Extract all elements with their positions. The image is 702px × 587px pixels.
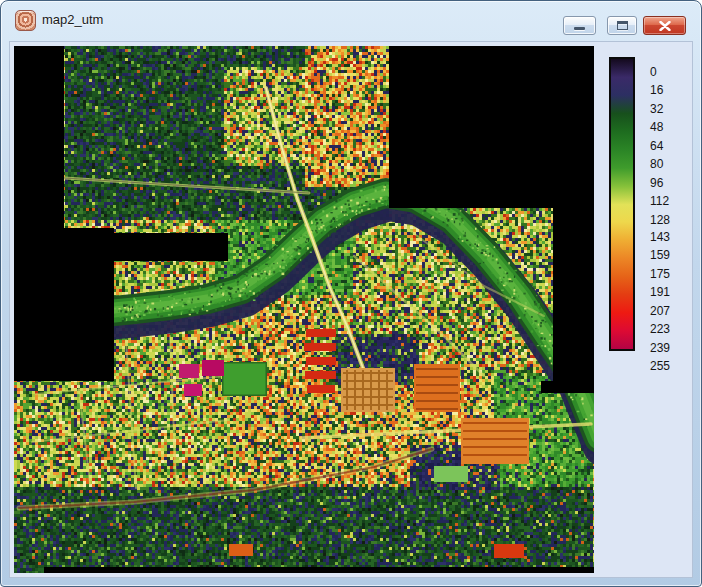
close-button[interactable]: [643, 16, 686, 35]
legend-colorbar: [609, 57, 635, 351]
legend-tick-label: 112: [650, 195, 669, 208]
minimize-icon: [574, 27, 585, 30]
legend-tick-label: 239: [650, 342, 670, 355]
legend-tick-label: 96: [650, 177, 663, 190]
legend-tick-label: 159: [650, 249, 670, 262]
titlebar[interactable]: map2_utm: [1, 1, 701, 41]
legend-tick-label: 175: [650, 268, 670, 281]
legend-tick-label: 48: [650, 121, 663, 134]
legend-tick-label: 0: [650, 66, 657, 79]
map-image[interactable]: [14, 46, 594, 573]
app-window: map2_utm 0163248648096112128143159175191…: [0, 0, 702, 587]
maximize-button[interactable]: [607, 16, 637, 35]
legend-tick-label: 128: [650, 214, 670, 227]
close-icon: [659, 21, 671, 31]
legend-tick-label: 32: [650, 103, 663, 116]
legend-tick-label: 64: [650, 140, 663, 153]
legend-tick-label: 80: [650, 158, 663, 171]
maximize-icon: [617, 21, 628, 30]
legend-tick-label: 223: [650, 323, 670, 336]
legend-labels: 0163248648096112128143159175191207223239…: [650, 81, 695, 401]
app-icon: [15, 10, 36, 31]
legend-tick-label: 191: [650, 286, 670, 299]
window-title: map2_utm: [42, 12, 103, 27]
legend-tick-label: 255: [650, 360, 670, 373]
legend-tick-label: 143: [650, 231, 670, 244]
client-area: 0163248648096112128143159175191207223239…: [9, 41, 693, 578]
minimize-button[interactable]: [563, 16, 596, 35]
legend-tick-label: 207: [650, 305, 670, 318]
legend-tick-label: 16: [650, 84, 663, 97]
